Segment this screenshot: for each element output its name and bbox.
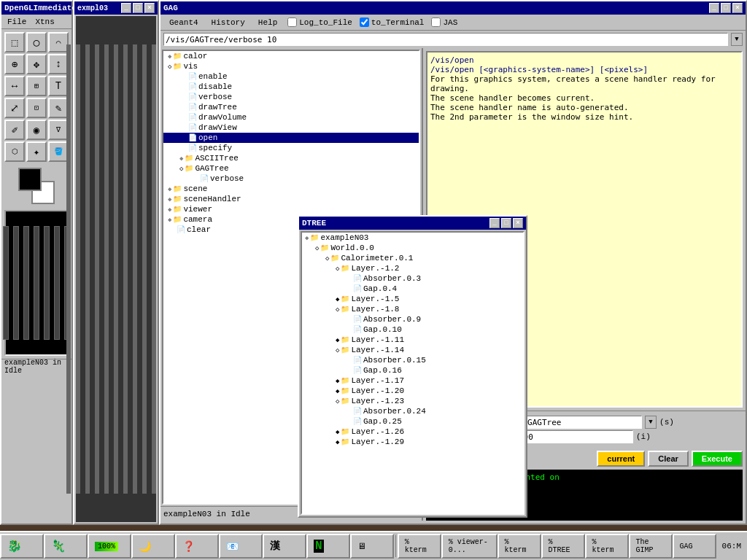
help-menu[interactable]: Help bbox=[252, 17, 283, 28]
tree-item-enable[interactable]: 📄enable bbox=[163, 71, 419, 82]
gimp-xtns-menu[interactable]: Xtns bbox=[31, 18, 58, 26]
geant4-menu[interactable]: Geant4 bbox=[163, 17, 204, 28]
tool-rect-select[interactable]: ⬚ bbox=[4, 32, 25, 52]
dtree-node-Calorimeter-0-1[interactable]: ◇📁Calorimeter.0.1 bbox=[302, 253, 523, 263]
tree-item-drawview[interactable]: 📄drawView bbox=[163, 122, 419, 133]
tool-move[interactable]: ✥ bbox=[26, 54, 47, 74]
dtree-node-Layer--1-2[interactable]: ◇📁Layer.-1.2 bbox=[302, 263, 523, 273]
dtree-node-Layer--1-23[interactable]: ◇📁Layer.-1.23 bbox=[302, 396, 523, 406]
clear-btn[interactable]: Clear bbox=[648, 451, 689, 467]
taskbar-kterm1[interactable]: % kterm bbox=[398, 534, 441, 559]
dtree-node-Layer--1-20[interactable]: ◆📁Layer.-1.20 bbox=[302, 386, 523, 396]
dtree-node-exampleN03[interactable]: ◆📁exampleN03 bbox=[302, 233, 523, 243]
dtree-node-Gap-0-4[interactable]: 📄Gap.0.4 bbox=[302, 284, 523, 294]
tool-zoom[interactable]: ⤢ bbox=[4, 98, 25, 118]
tree-item-specify[interactable]: 📄specify bbox=[163, 143, 419, 153]
gag-close[interactable]: × bbox=[732, 3, 743, 13]
tree-item-verbose[interactable]: 📄verbose bbox=[163, 174, 419, 184]
tree-item-asciitree[interactable]: ◆📁ASCIITree bbox=[163, 153, 419, 163]
dtree-tree[interactable]: ◆📁exampleN03◇📁World.0.0◇📁Calorimeter.0.1… bbox=[301, 231, 525, 515]
tree-item-vis[interactable]: ◇📁vis bbox=[163, 61, 419, 71]
tool-flip-h[interactable]: ↔ bbox=[4, 76, 25, 96]
taskbar-kterm2[interactable]: % kterm bbox=[498, 534, 541, 559]
opengl-close[interactable]: × bbox=[144, 3, 155, 13]
dtree-maximize[interactable]: □ bbox=[501, 218, 511, 228]
tree-item-viewer[interactable]: ◆📁viewer bbox=[163, 204, 419, 214]
taskbar-dtree[interactable]: % DTREE bbox=[541, 534, 585, 559]
dtree-close[interactable]: × bbox=[513, 218, 523, 228]
graphics-dropdown-btn[interactable]: ▼ bbox=[645, 416, 657, 429]
taskbar-moon[interactable]: 🌙 bbox=[131, 534, 175, 559]
tool-bucket-fill[interactable]: ⬡ bbox=[4, 141, 25, 162]
gag-maximize[interactable]: □ bbox=[721, 3, 731, 13]
taskbar-viewer[interactable]: % viewer-0... bbox=[441, 534, 498, 559]
command-dropdown-btn[interactable]: ▼ bbox=[731, 33, 743, 46]
dtree-node-Absorber-0-15[interactable]: 📄Absorber.0.15 bbox=[302, 355, 523, 365]
taskbar-dragon2[interactable]: 🦎 bbox=[44, 534, 88, 559]
dtree-node-Layer--1-29[interactable]: ◆📁Layer.-1.29 bbox=[302, 437, 523, 447]
dtree-node-Gap-0-25[interactable]: 📄Gap.0.25 bbox=[302, 416, 523, 427]
dtree-node-Layer--1-11[interactable]: ◆📁Layer.-1.11 bbox=[302, 335, 523, 345]
log-to-file-check[interactable]: Log_to_File bbox=[285, 18, 355, 27]
taskbar-kanji[interactable]: 漢 bbox=[263, 534, 306, 559]
tool-transform[interactable]: ⊡ bbox=[26, 98, 47, 118]
tree-item-calor[interactable]: ◆📁calor bbox=[163, 51, 419, 61]
opengl-title: exmpl03 bbox=[77, 4, 108, 12]
output-info4: The 2nd parameter is the window size hin… bbox=[430, 112, 738, 122]
dtree-node-World-0-0[interactable]: ◇📁World.0.0 bbox=[302, 243, 523, 253]
tool-crop[interactable]: ⊞ bbox=[26, 76, 47, 96]
dtree-node-Gap-0-16[interactable]: 📄Gap.0.16 bbox=[302, 365, 523, 376]
tree-item-open[interactable]: 📄open bbox=[163, 133, 419, 143]
dtree-node-Gap-0-10[interactable]: 📄Gap.0.10 bbox=[302, 324, 523, 335]
gimp-file-menu[interactable]: File bbox=[3, 18, 31, 26]
taskbar-email[interactable]: 📧 bbox=[219, 534, 263, 559]
tree-item-drawvolume[interactable]: 📄drawVolume bbox=[163, 112, 419, 122]
execute-btn[interactable]: Execute bbox=[692, 451, 743, 467]
dtree-node-Absorber-0-3[interactable]: 📄Absorber.0.3 bbox=[302, 273, 523, 284]
taskbar-screen[interactable]: 🖥 bbox=[350, 534, 394, 559]
gag-title: GAG bbox=[163, 4, 178, 12]
tree-item-verbose[interactable]: 📄verbose bbox=[163, 92, 419, 102]
tool-eraser[interactable]: ◉ bbox=[26, 120, 47, 140]
dtree-node-Absorber-0-9[interactable]: 📄Absorber.0.9 bbox=[302, 314, 523, 324]
taskbar-dragon1[interactable]: 🐉 bbox=[0, 534, 44, 559]
dtree-titlebar: DTREE _ □ × bbox=[299, 217, 526, 230]
foreground-color[interactable] bbox=[18, 168, 42, 191]
command-input[interactable] bbox=[163, 33, 728, 46]
tree-item-disable[interactable]: 📄disable bbox=[163, 82, 419, 92]
fg-bg-colors[interactable] bbox=[18, 168, 55, 204]
dtree-node-Layer--1-8[interactable]: ◇📁Layer.-1.8 bbox=[302, 304, 523, 314]
tool-paintbrush[interactable]: ✐ bbox=[4, 120, 25, 140]
dtree-node-Layer--1-14[interactable]: ◇📁Layer.-1.14 bbox=[302, 345, 523, 355]
jas-checkbox[interactable] bbox=[431, 18, 441, 27]
log-to-file-checkbox[interactable] bbox=[287, 18, 297, 27]
tool-ellipse-select[interactable]: ◯ bbox=[26, 32, 47, 52]
opengl-minimize[interactable]: _ bbox=[121, 3, 131, 13]
taskbar-gag[interactable]: GAG bbox=[673, 534, 716, 559]
dtree-node-Layer--1-17[interactable]: ◆📁Layer.-1.17 bbox=[302, 376, 523, 386]
dtree-node-Layer--1-5[interactable]: ◆📁Layer.-1.5 bbox=[302, 294, 523, 304]
dtree-minimize[interactable]: _ bbox=[489, 218, 500, 228]
jas-check[interactable]: JAS bbox=[428, 18, 460, 27]
gag-minimize[interactable]: _ bbox=[709, 3, 719, 13]
dtree-node-Absorber-0-24[interactable]: 📄Absorber.0.24 bbox=[302, 406, 523, 416]
taskbar-help[interactable]: ❓ bbox=[175, 534, 219, 559]
tree-item-scene[interactable]: ◆📁scene bbox=[163, 184, 419, 194]
pixels-input[interactable] bbox=[516, 430, 633, 443]
tree-item-scenehandler[interactable]: ◆📁sceneHandler bbox=[163, 194, 419, 204]
to-terminal-checkbox[interactable] bbox=[360, 18, 369, 27]
taskbar-kterm3[interactable]: % kterm bbox=[585, 534, 629, 559]
history-menu[interactable]: History bbox=[206, 17, 251, 28]
dtree-node-Layer--1-26[interactable]: ◆📁Layer.-1.26 bbox=[302, 427, 523, 437]
taskbar-n[interactable]: N bbox=[306, 534, 350, 559]
tree-item-gagtree[interactable]: ◇📁GAGTree bbox=[163, 163, 419, 174]
tool-blend[interactable]: ✦ bbox=[26, 141, 47, 162]
tool-fuzzy-select[interactable]: ⊕ bbox=[4, 54, 25, 74]
taskbar-gimp[interactable]: The GIMP bbox=[629, 534, 673, 559]
graphics-input[interactable] bbox=[525, 416, 642, 429]
to-terminal-check[interactable]: to_Terminal bbox=[357, 18, 427, 27]
current-btn[interactable]: current bbox=[597, 451, 645, 467]
opengl-maximize[interactable]: □ bbox=[133, 3, 143, 13]
taskbar-zoom[interactable]: 100% bbox=[88, 534, 131, 559]
tree-item-drawtree[interactable]: 📄drawTree bbox=[163, 102, 419, 112]
